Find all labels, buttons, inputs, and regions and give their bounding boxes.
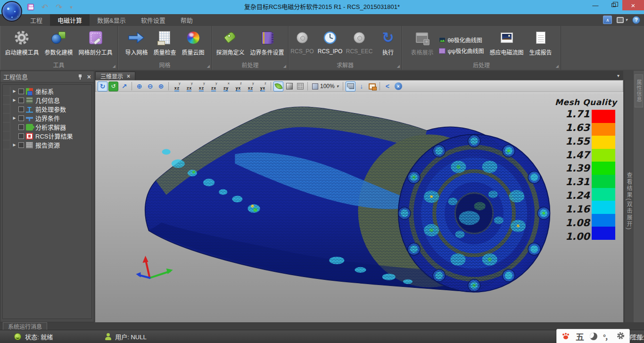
expand-arrow-icon[interactable]: ▶ <box>11 89 17 93</box>
tab-list-dropdown-icon[interactable]: ▾ <box>617 73 619 78</box>
collapse-ribbon-button[interactable]: ∧ <box>603 16 612 24</box>
tree-gutter <box>3 122 10 131</box>
zoom-level-value: 100% <box>320 83 335 90</box>
tab-close-icon[interactable]: × <box>127 73 130 80</box>
zoom-fit-button[interactable]: ⊛ <box>156 82 166 91</box>
tab-3d-display[interactable]: 三维显示 × <box>95 72 135 80</box>
probe-angle-define-button[interactable]: 探测角定义 <box>213 27 247 57</box>
execute-button[interactable]: ↻ 执行 <box>374 27 402 57</box>
zoom-in-button[interactable]: ⊕ <box>134 82 144 91</box>
tree-checkbox[interactable] <box>18 124 24 130</box>
ime-input-mode[interactable]: 五 <box>576 330 584 343</box>
minimize-button[interactable]: — <box>586 0 604 10</box>
chevron-down-icon: ▾ <box>337 84 339 89</box>
group-expand-icon[interactable]: ◢ <box>556 64 559 68</box>
share-button[interactable]: < <box>382 82 392 91</box>
refresh-view-button[interactable]: ↺ <box>108 82 118 91</box>
wireframe-render-button[interactable] <box>295 82 305 91</box>
tree-checkbox[interactable] <box>18 106 24 112</box>
pin-icon[interactable] <box>78 74 83 80</box>
tab-project[interactable]: 工程 <box>23 14 50 26</box>
tree-item-boundary-conditions[interactable]: ▶ 边界条件 <box>3 114 91 122</box>
solver-rcs-eec-button[interactable]: RCS_EEC <box>344 27 374 56</box>
start-modeling-tool-button[interactable]: 启动建模工具 <box>2 27 41 57</box>
tree-item-analysis-solver[interactable]: 分析求解器 <box>3 122 91 131</box>
tree-item-coordinate-system[interactable]: ▶ 坐标系 <box>3 87 91 96</box>
tree-item-label: 报告资源 <box>35 140 60 149</box>
expand-arrow-icon[interactable]: ▶ <box>11 143 17 147</box>
expand-arrow-icon[interactable]: ▶ <box>11 116 17 120</box>
tab-software-settings[interactable]: 软件设置 <box>133 14 173 26</box>
ribbon-button-label: 启动建模工具 <box>5 48 39 56</box>
tree-checkbox[interactable] <box>18 133 24 139</box>
tree-item-preprocess-params[interactable]: T 前处理参数 <box>3 105 91 114</box>
ime-paw-icon[interactable] <box>561 332 570 341</box>
group-expand-icon[interactable]: ◢ <box>397 64 400 68</box>
3d-viewport[interactable]: Mesh Quality 1.71 1.63 1.55 1.47 1.39 1.… <box>95 92 623 322</box>
window-title: 复杂目标RCS电磁分析软件2015 R1 - RCS_2015031801* <box>0 0 644 14</box>
tree-checkbox[interactable] <box>18 142 24 148</box>
status-bar-right: XX工业 所有 五 °， <box>571 330 644 343</box>
view-orientation-button[interactable]: yzx <box>208 82 219 91</box>
restore-button[interactable] <box>604 0 622 10</box>
boundary-condition-button[interactable]: 边界条件设置 <box>248 27 287 57</box>
quality-contour-button[interactable]: 质量云图 <box>179 27 207 57</box>
disc-icon <box>354 28 365 47</box>
group-expand-icon[interactable]: ◢ <box>207 64 210 68</box>
tree-item-report-resources[interactable]: ▶ 报告资源 <box>3 140 91 149</box>
ribbon-button-label: RCS_EEC <box>346 48 373 55</box>
close-button[interactable]: × <box>622 0 644 10</box>
tree-item-geometry-info[interactable]: ▶ 几何信息 <box>3 96 91 105</box>
zoom-out-button[interactable]: ⊖ <box>145 82 155 91</box>
help-button[interactable]: ? <box>632 16 640 24</box>
system-messages-tab[interactable]: 系统运行消息 <box>3 322 47 330</box>
close-view-button[interactable]: × <box>393 82 403 91</box>
solver-rcs-ipo-button[interactable]: RCS_IPO <box>316 27 344 56</box>
view-orientation-button[interactable]: yxz <box>245 82 256 91</box>
group-expand-icon[interactable]: ◢ <box>283 64 286 68</box>
view-orientation-button[interactable]: xzy <box>220 82 231 91</box>
app-logo-icon[interactable] <box>1 1 22 22</box>
property-info-tab[interactable]: 属性信息 <box>635 74 643 107</box>
import-mesh-button[interactable]: 导入网格 <box>122 27 150 57</box>
view-orientation-button[interactable]: yxz <box>171 82 182 91</box>
tree-gutter <box>3 105 10 114</box>
quality-check-button[interactable]: 质量检查 <box>150 27 179 57</box>
mesh-partition-tool-button[interactable]: 网格剖分工具 <box>76 27 116 57</box>
group-expand-icon[interactable]: ◢ <box>113 64 116 68</box>
panel-close-icon[interactable]: × <box>87 73 91 81</box>
export-down-button[interactable]: ↓ <box>356 82 366 91</box>
solver-rcs-po-button[interactable]: RCS_PO <box>289 27 316 56</box>
view-orientation-button[interactable]: yxz <box>196 82 207 91</box>
ime-punctuation-toggle[interactable]: °， <box>603 332 611 342</box>
display-style-button[interactable]: ▾ <box>617 17 627 23</box>
rotate-view-button[interactable]: ↻ <box>98 82 107 91</box>
flat-render-button[interactable] <box>284 82 294 91</box>
tab-data-display[interactable]: 数据&显示 <box>90 14 133 26</box>
view-orientation-button[interactable]: zyx <box>257 82 268 91</box>
copy-image-button[interactable] <box>367 82 377 91</box>
view-orientation-button[interactable]: zyx <box>232 82 244 91</box>
ime-settings-gear-icon[interactable] <box>617 332 625 341</box>
tree-checkbox[interactable] <box>18 115 24 121</box>
shaded-render-button[interactable] <box>273 82 283 91</box>
parametric-modeling-button[interactable]: 参数化建模 <box>41 27 75 57</box>
theta-polar-curve-button[interactable]: θθ极化曲线图 <box>439 36 484 44</box>
ime-fullhalf-moon-icon[interactable] <box>590 333 597 340</box>
tab-electromagnetic-compute[interactable]: 电磁计算 <box>50 14 90 26</box>
tree-item-rcs-results[interactable]: RCS计算结果 <box>3 131 91 140</box>
legend-color-band <box>592 175 615 188</box>
tab-help[interactable]: 帮助 <box>173 14 200 26</box>
generate-report-button[interactable]: 生成报告 <box>527 27 555 57</box>
induced-current-map-button[interactable]: 感应电磁流图 <box>487 27 527 57</box>
pan-view-button[interactable]: ↗ <box>119 82 129 91</box>
snapshot-button[interactable] <box>346 82 355 91</box>
psi-polar-curve-button[interactable]: ψψ极化曲线图 <box>439 47 484 55</box>
tree-checkbox[interactable] <box>18 89 24 94</box>
zoom-level-select[interactable]: 100% ▾ <box>310 82 340 91</box>
view-orientation-button[interactable]: yzx <box>183 82 195 91</box>
table-display-button[interactable]: 表格展示 <box>408 27 436 57</box>
view-results-collapsed-panel[interactable]: 查看结果(双击展开) <box>624 80 634 322</box>
expand-arrow-icon[interactable]: ▶ <box>11 98 17 102</box>
tree-checkbox[interactable] <box>18 98 24 103</box>
